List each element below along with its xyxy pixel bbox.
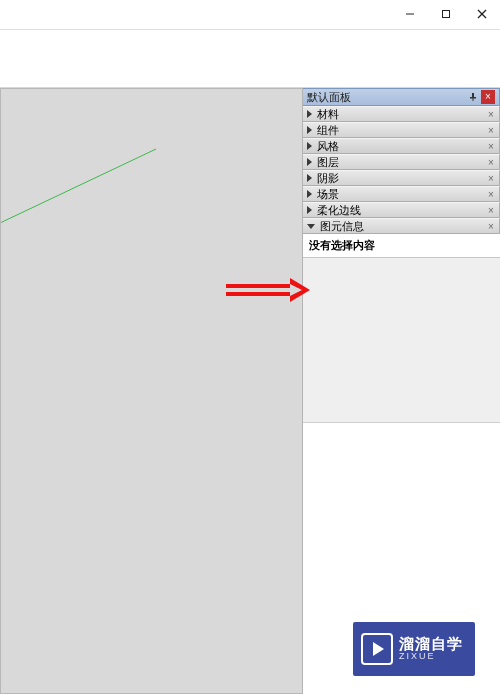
panel-label: 场景: [317, 187, 339, 202]
triangle-right-icon: [307, 158, 312, 166]
triangle-right-icon: [307, 174, 312, 182]
play-icon: [361, 633, 393, 665]
window-close-button[interactable]: [464, 4, 500, 24]
green-axis-line: [1, 89, 302, 693]
watermark-line2: ZIXUE: [399, 652, 463, 662]
window-maximize-button[interactable]: [428, 4, 464, 24]
panel-close-icon[interactable]: ×: [485, 140, 497, 152]
triangle-right-icon: [307, 206, 312, 214]
svg-rect-1: [443, 11, 450, 18]
panel-close-icon[interactable]: ×: [485, 204, 497, 216]
triangle-down-icon: [307, 224, 315, 229]
tray-title: 默认面板: [307, 90, 351, 105]
panel-label: 图层: [317, 155, 339, 170]
main-area: 默认面板 × 材料×组件×风格×图层×阴影×场景×柔化边线×图元信息×没有选择内…: [0, 88, 500, 694]
tray-pin-icon[interactable]: [466, 90, 480, 104]
triangle-right-icon: [307, 126, 312, 134]
panel-close-icon[interactable]: ×: [485, 188, 497, 200]
triangle-right-icon: [307, 190, 312, 198]
svg-rect-11: [473, 98, 474, 101]
viewport-3d[interactable]: [0, 88, 302, 694]
panel-header-7[interactable]: 图元信息×: [303, 218, 500, 234]
triangle-right-icon: [307, 110, 312, 118]
svg-line-4: [1, 149, 156, 232]
panel-header-0[interactable]: 材料×: [303, 106, 500, 122]
entity-info-content: 没有选择内容: [303, 234, 500, 258]
panel-header-2[interactable]: 风格×: [303, 138, 500, 154]
panel-label: 风格: [317, 139, 339, 154]
tray-empty-area: [303, 258, 500, 422]
watermark-line1: 溜溜自学: [399, 636, 463, 653]
tray-close-icon[interactable]: ×: [481, 90, 495, 104]
panel-close-icon[interactable]: ×: [485, 220, 497, 232]
panel-header-5[interactable]: 场景×: [303, 186, 500, 202]
panel-close-icon[interactable]: ×: [485, 156, 497, 168]
panel-label: 组件: [317, 123, 339, 138]
panel-label: 图元信息: [320, 219, 364, 234]
toolbar-area: [0, 30, 500, 88]
panel-header-6[interactable]: 柔化边线×: [303, 202, 500, 218]
panel-header-4[interactable]: 阴影×: [303, 170, 500, 186]
default-tray: 默认面板 × 材料×组件×风格×图层×阴影×场景×柔化边线×图元信息×没有选择内…: [302, 88, 500, 694]
panel-label: 材料: [317, 107, 339, 122]
tray-header[interactable]: 默认面板 ×: [303, 88, 500, 106]
panel-label: 柔化边线: [317, 203, 361, 218]
panel-label: 阴影: [317, 171, 339, 186]
window-minimize-button[interactable]: [392, 4, 428, 24]
watermark-badge: 溜溜自学 ZIXUE: [353, 622, 475, 676]
panel-close-icon[interactable]: ×: [485, 108, 497, 120]
annotation-arrow: [224, 278, 310, 302]
window-titlebar: [0, 0, 500, 30]
panel-header-1[interactable]: 组件×: [303, 122, 500, 138]
triangle-right-icon: [307, 142, 312, 150]
panel-close-icon[interactable]: ×: [485, 172, 497, 184]
panel-header-3[interactable]: 图层×: [303, 154, 500, 170]
panel-close-icon[interactable]: ×: [485, 124, 497, 136]
